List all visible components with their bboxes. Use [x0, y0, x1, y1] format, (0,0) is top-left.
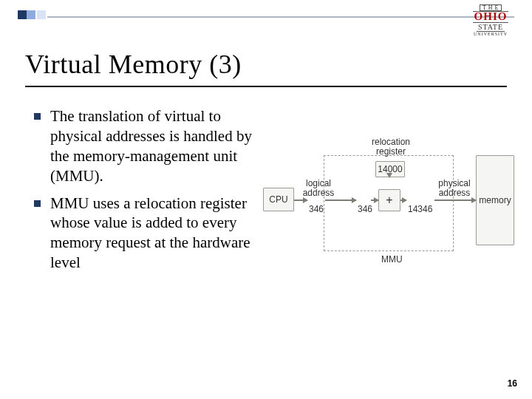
logo-ohio: OHIO [473, 11, 509, 23]
logical-address-value: 346 [358, 204, 372, 214]
ohio-state-logo: T H E OHIO STATE UNIVERSITY [468, 4, 513, 40]
logo-university: UNIVERSITY [474, 32, 508, 36]
physical-address-label: physical address [436, 179, 473, 198]
slide: T H E OHIO STATE UNIVERSITY Virtual Memo… [0, 0, 532, 399]
logo-state: STATE [477, 23, 505, 32]
physical-address-value: 14346 [408, 204, 432, 214]
header-bar [18, 10, 514, 30]
accent-squares [18, 10, 514, 19]
relocation-register-label: relocation register [364, 137, 418, 157]
mmu-diagram: CPU relocation register 14000 + memory l… [263, 134, 520, 275]
accent-square-icon [18, 10, 27, 19]
accent-square-icon [37, 10, 46, 19]
arrow-icon [294, 200, 307, 201]
bullet-item: MMU uses a relocation register whose val… [31, 194, 260, 273]
page-number: 16 [508, 378, 517, 389]
bullet-list: The translation of virtual to physical a… [31, 106, 260, 280]
accent-square-icon [27, 10, 35, 19]
adder-circle: + [378, 189, 400, 211]
header-rule [47, 16, 514, 18]
arrow-icon [400, 200, 406, 201]
slide-title: Virtual Memory (3) [25, 49, 242, 80]
arrow-icon [434, 200, 476, 201]
cpu-box: CPU [263, 188, 294, 211]
title-rule [25, 86, 507, 87]
logical-address-label: logical address [300, 179, 337, 198]
bullet-item: The translation of virtual to physical a… [31, 106, 260, 186]
arrow-icon [371, 200, 378, 201]
arrow-icon [325, 200, 356, 201]
memory-box: memory [476, 155, 514, 245]
logical-address-value: 346 [309, 204, 324, 214]
mmu-label: MMU [381, 254, 403, 265]
memory-label: memory [479, 195, 511, 205]
